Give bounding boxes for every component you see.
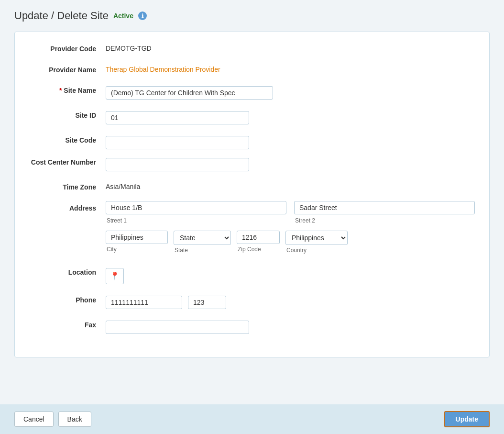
update-button[interactable]: Update	[444, 411, 490, 427]
location-button[interactable]: 📍	[106, 268, 124, 284]
site-name-row: Site Name	[29, 83, 475, 100]
state-group: State State	[174, 231, 231, 254]
phone-ext-input[interactable]	[188, 296, 226, 309]
site-id-label: Site ID	[29, 108, 106, 121]
street2-label: Street 2	[294, 217, 475, 224]
cost-center-input[interactable]	[106, 158, 249, 171]
cost-center-row: Cost Center Number	[29, 158, 475, 171]
provider-name-value: Therap Global Demonstration Provider	[106, 63, 475, 73]
address-label: Address	[29, 201, 106, 213]
zip-input[interactable]	[237, 231, 280, 244]
address-row: Address Street 1 Street 2 City	[29, 201, 475, 256]
location-label: Location	[29, 265, 106, 278]
active-badge: Active	[113, 12, 133, 20]
address-block: Street 1 Street 2 City State State	[106, 201, 475, 256]
cost-center-field-wrapper	[106, 158, 475, 171]
site-code-field-wrapper	[106, 133, 475, 149]
footer-left: Cancel Back	[14, 412, 91, 427]
main-content: Update / Delete Site Active ℹ Provider C…	[0, 0, 504, 404]
fax-input[interactable]	[106, 321, 249, 334]
location-row: Location 📍	[29, 265, 475, 284]
time-zone-row: Time Zone Asia/Manila	[29, 180, 475, 192]
phone-field-wrapper	[106, 293, 475, 309]
phone-label: Phone	[29, 293, 106, 305]
site-name-label: Site Name	[29, 83, 106, 96]
cancel-button[interactable]: Cancel	[14, 412, 54, 427]
fax-row: Fax	[29, 318, 475, 334]
phone-row: Phone	[29, 293, 475, 309]
country-group: Philippines Country	[285, 231, 348, 254]
fax-label: Fax	[29, 318, 106, 330]
provider-name-label: Provider Name	[29, 63, 106, 75]
site-name-field-wrapper	[106, 83, 475, 100]
page-wrapper: Update / Delete Site Active ℹ Provider C…	[0, 0, 504, 434]
time-zone-value: Asia/Manila	[106, 180, 475, 190]
page-title: Update / Delete Site Active ℹ	[14, 10, 490, 22]
phone-inputs	[106, 296, 475, 309]
provider-name-row: Provider Name Therap Global Demonstratio…	[29, 63, 475, 75]
address-streets-row	[106, 201, 475, 214]
back-button[interactable]: Back	[58, 412, 91, 427]
site-id-field-wrapper	[106, 108, 475, 124]
zip-label: Zip Code	[237, 246, 280, 253]
cost-center-label: Cost Center Number	[29, 158, 106, 167]
street1-label: Street 1	[106, 217, 286, 224]
city-group: City	[106, 231, 168, 253]
location-field-wrapper: 📍	[106, 265, 475, 284]
form-card: Provider Code DEMOTG-TGD Provider Name T…	[14, 32, 490, 357]
provider-code-value: DEMOTG-TGD	[106, 42, 475, 52]
state-label: State	[174, 247, 231, 254]
site-name-input[interactable]	[106, 86, 273, 100]
site-id-row: Site ID	[29, 108, 475, 124]
location-pin-icon: 📍	[110, 271, 120, 280]
fax-field-wrapper	[106, 318, 475, 334]
site-code-label: Site Code	[29, 133, 106, 145]
provider-code-label: Provider Code	[29, 42, 106, 54]
site-code-row: Site Code	[29, 133, 475, 149]
country-label: Country	[285, 247, 348, 254]
state-select[interactable]: State	[174, 231, 231, 245]
address-city-state-row: City State State Zip Code	[106, 231, 475, 254]
city-label: City	[106, 246, 168, 253]
site-code-input[interactable]	[106, 136, 249, 149]
city-input[interactable]	[106, 231, 168, 244]
street1-input[interactable]	[106, 201, 286, 214]
site-id-input[interactable]	[106, 111, 249, 124]
zip-group: Zip Code	[237, 231, 280, 253]
provider-code-row: Provider Code DEMOTG-TGD	[29, 42, 475, 54]
info-icon[interactable]: ℹ	[138, 11, 147, 20]
country-select[interactable]: Philippines	[285, 231, 348, 245]
footer-bar: Cancel Back Update	[0, 404, 504, 434]
street-labels: Street 1 Street 2	[106, 217, 475, 224]
street2-input[interactable]	[294, 201, 475, 214]
time-zone-label: Time Zone	[29, 180, 106, 192]
phone-input[interactable]	[106, 296, 182, 309]
